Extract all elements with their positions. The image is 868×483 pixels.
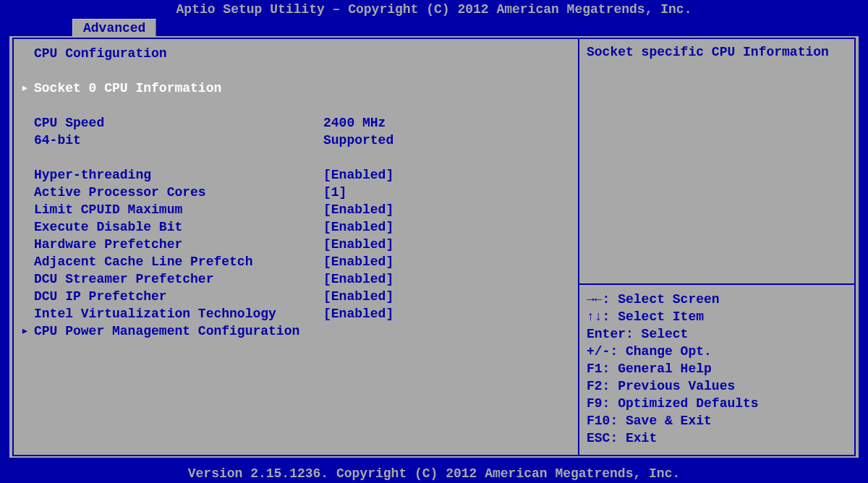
help-key-enter-select: Enter: Select bbox=[587, 325, 847, 343]
option-hyper-threading[interactable]: Hyper-threading [Enabled] bbox=[21, 166, 571, 184]
help-description-panel: Socket specific CPU Information bbox=[579, 39, 854, 285]
submenu-arrow-icon: ▸ bbox=[21, 322, 34, 340]
help-key-select-item: ↑↓: Select Item bbox=[587, 308, 847, 325]
section-heading: CPU Configuration bbox=[34, 45, 323, 62]
blank-row bbox=[21, 97, 571, 114]
content-inner: CPU Configuration ▸ Socket 0 CPU Informa… bbox=[12, 38, 856, 456]
section-heading-row: CPU Configuration bbox=[21, 45, 571, 62]
info-row-64bit: 64-bit Supported bbox=[21, 132, 571, 149]
info-label: CPU Speed bbox=[34, 114, 323, 132]
option-execute-disable-bit[interactable]: Execute Disable Bit [Enabled] bbox=[21, 218, 571, 236]
arrow-spacer bbox=[21, 288, 34, 305]
option-label: Hardware Prefetcher bbox=[34, 236, 323, 253]
info-value: Supported bbox=[323, 132, 571, 149]
option-dcu-streamer-prefetcher[interactable]: DCU Streamer Prefetcher [Enabled] bbox=[21, 270, 571, 288]
info-value: 2400 MHz bbox=[323, 114, 571, 132]
submenu-socket0-cpu-info[interactable]: ▸ Socket 0 CPU Information bbox=[21, 80, 571, 97]
tab-row: Advanced bbox=[0, 19, 868, 36]
help-key-f2-previous-values: F2: Previous Values bbox=[587, 377, 847, 395]
submenu-cpu-power-management[interactable]: ▸ CPU Power Management Configuration bbox=[21, 322, 571, 340]
blank-row bbox=[21, 149, 571, 166]
footer-bar: Version 2.15.1236. Copyright (C) 2012 Am… bbox=[0, 464, 868, 483]
arrow-spacer bbox=[21, 114, 34, 132]
arrow-spacer bbox=[21, 184, 34, 201]
arrow-spacer bbox=[21, 305, 34, 322]
option-value: [Enabled] bbox=[323, 270, 571, 288]
option-hardware-prefetcher[interactable]: Hardware Prefetcher [Enabled] bbox=[21, 236, 571, 253]
arrow-spacer bbox=[21, 201, 34, 218]
help-key-f10-save-exit: F10: Save & Exit bbox=[587, 412, 847, 429]
arrow-spacer bbox=[21, 270, 34, 288]
info-row-cpu-speed: CPU Speed 2400 MHz bbox=[21, 114, 571, 132]
info-label: 64-bit bbox=[34, 132, 323, 149]
option-label: DCU Streamer Prefetcher bbox=[34, 270, 323, 288]
arrow-spacer bbox=[21, 166, 34, 184]
option-value: [Enabled] bbox=[323, 236, 571, 253]
content-area: CPU Configuration ▸ Socket 0 CPU Informa… bbox=[7, 36, 861, 460]
arrow-spacer bbox=[21, 45, 34, 62]
option-label: Intel Virtualization Technology bbox=[34, 305, 323, 322]
help-key-change-opt: +/-: Change Opt. bbox=[587, 343, 847, 360]
option-value: [1] bbox=[323, 184, 571, 201]
bios-screen: Aptio Setup Utility – Copyright (C) 2012… bbox=[0, 0, 868, 483]
help-key-select-screen: →←: Select Screen bbox=[587, 291, 847, 308]
option-limit-cpuid-maximum[interactable]: Limit CPUID Maximum [Enabled] bbox=[21, 201, 571, 218]
option-value: [Enabled] bbox=[323, 305, 571, 322]
arrow-spacer bbox=[21, 218, 34, 236]
option-adjacent-cache-line-prefetch[interactable]: Adjacent Cache Line Prefetch [Enabled] bbox=[21, 253, 571, 270]
tab-advanced[interactable]: Advanced bbox=[72, 19, 156, 36]
option-label: Execute Disable Bit bbox=[34, 218, 323, 236]
title-bar: Aptio Setup Utility – Copyright (C) 2012… bbox=[0, 0, 868, 19]
help-key-esc-exit: ESC: Exit bbox=[587, 429, 847, 447]
footer-text: Version 2.15.1236. Copyright (C) 2012 Am… bbox=[188, 466, 681, 481]
option-label: Hyper-threading bbox=[34, 166, 323, 184]
help-description: Socket specific CPU Information bbox=[587, 45, 847, 59]
help-key-f1-general-help: F1: General Help bbox=[587, 360, 847, 377]
submenu-arrow-icon: ▸ bbox=[21, 80, 34, 97]
option-value: [Enabled] bbox=[323, 201, 571, 218]
title-text: Aptio Setup Utility – Copyright (C) 2012… bbox=[176, 2, 692, 17]
option-label: DCU IP Prefetcher bbox=[34, 288, 323, 305]
option-label: Active Processor Cores bbox=[34, 184, 323, 201]
option-value: [Enabled] bbox=[323, 166, 571, 184]
arrow-spacer bbox=[21, 132, 34, 149]
submenu-label: Socket 0 CPU Information bbox=[34, 80, 323, 97]
option-value: [Enabled] bbox=[323, 253, 571, 270]
option-dcu-ip-prefetcher[interactable]: DCU IP Prefetcher [Enabled] bbox=[21, 288, 571, 305]
help-keys-panel: →←: Select Screen ↑↓: Select Item Enter:… bbox=[579, 285, 854, 455]
arrow-spacer bbox=[21, 236, 34, 253]
blank-row bbox=[21, 62, 571, 80]
help-key-f9-optimized-defaults: F9: Optimized Defaults bbox=[587, 395, 847, 412]
main-panel: CPU Configuration ▸ Socket 0 CPU Informa… bbox=[14, 39, 579, 455]
option-intel-virtualization-technology[interactable]: Intel Virtualization Technology [Enabled… bbox=[21, 305, 571, 322]
side-panel: Socket specific CPU Information →←: Sele… bbox=[579, 39, 854, 455]
submenu-label: CPU Power Management Configuration bbox=[34, 322, 323, 340]
option-value: [Enabled] bbox=[323, 218, 571, 236]
arrow-spacer bbox=[21, 253, 34, 270]
tab-label: Advanced bbox=[83, 21, 145, 35]
option-value: [Enabled] bbox=[323, 288, 571, 305]
option-active-processor-cores[interactable]: Active Processor Cores [1] bbox=[21, 184, 571, 201]
option-label: Adjacent Cache Line Prefetch bbox=[34, 253, 323, 270]
option-label: Limit CPUID Maximum bbox=[34, 201, 323, 218]
